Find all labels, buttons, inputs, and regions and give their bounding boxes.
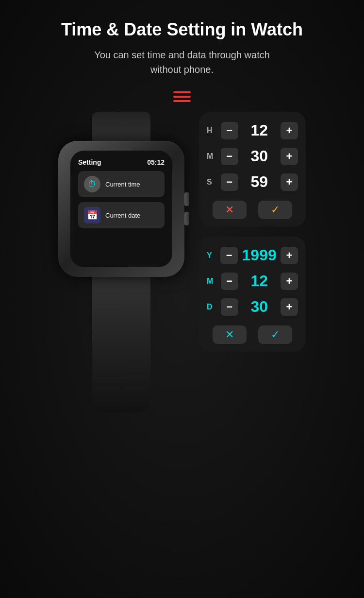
date-icon: 📅 [84,207,100,223]
minute-label: M [207,152,216,161]
watch-case: Setting 05:12 ⏱ Current time 📅 Current d… [58,141,184,277]
minute-increment-button[interactable]: + [281,148,298,165]
date-cancel-button[interactable]: ✕ [213,325,247,344]
second-label: S [207,178,216,187]
watch-date-label: Current date [105,212,140,219]
second-decrement-button[interactable]: − [221,173,238,191]
year-label: Y [207,251,216,260]
year-increment-button[interactable]: + [281,247,298,264]
hour-increment-button[interactable]: + [281,122,298,139]
watch-strap-bottom [92,277,150,413]
month-label: M [207,277,216,286]
time-icon: ⏱ [84,176,100,192]
main-content: Setting 05:12 ⏱ Current time 📅 Current d… [10,112,354,413]
day-value: 30 [242,298,276,316]
watch-button-2[interactable] [184,212,189,225]
minute-decrement-button[interactable]: − [221,148,238,165]
second-row: S − 59 + [207,171,298,193]
month-increment-button[interactable]: + [281,273,298,290]
day-label: D [207,303,216,311]
second-value: 59 [242,173,276,191]
hour-row: H − 12 + [207,120,298,141]
hour-decrement-button[interactable]: − [221,122,238,139]
day-decrement-button[interactable]: − [221,298,238,316]
month-value: 12 [242,272,276,290]
watch-menu-item-time[interactable]: ⏱ Current time [78,171,165,197]
year-value: 1999 [242,246,277,264]
watch-menu-item-date[interactable]: 📅 Current date [78,202,165,228]
page-subtitle: You can set time and data through watchw… [94,48,270,77]
time-panel-actions: ✕ ✓ [207,201,298,219]
year-row: Y − 1999 + [207,244,298,266]
page-title: Time & Date Setting in Watch [61,19,303,40]
second-increment-button[interactable]: + [281,173,298,191]
minute-value: 30 [242,147,276,165]
day-increment-button[interactable]: + [281,298,298,316]
month-row: M − 12 + [207,270,298,292]
right-panel: H − 12 + M − 30 + S − 59 + [199,112,306,352]
month-decrement-button[interactable]: − [221,273,238,290]
date-panel-actions: ✕ ✓ [207,325,298,344]
date-setting-panel: Y − 1999 + M − 12 + D − 30 + [199,237,306,352]
menu-icon [173,91,191,102]
year-decrement-button[interactable]: − [220,247,238,264]
hour-label: H [207,126,216,135]
watch-container: Setting 05:12 ⏱ Current time 📅 Current d… [58,112,184,413]
watch-button-1[interactable] [184,192,189,206]
watch-time: 05:12 [147,158,165,166]
date-confirm-button[interactable]: ✓ [258,325,292,344]
watch-time-label: Current time [105,181,140,188]
time-setting-panel: H − 12 + M − 30 + S − 59 + [199,112,306,227]
minute-row: M − 30 + [207,145,298,167]
watch-screen: Setting 05:12 ⏱ Current time 📅 Current d… [70,151,172,267]
day-row: D − 30 + [207,296,298,318]
watch-setting-label: Setting [78,158,101,166]
hour-value: 12 [242,121,276,139]
watch-side-buttons [184,192,189,225]
time-cancel-button[interactable]: ✕ [213,201,247,219]
page: Time & Date Setting in Watch You can set… [0,0,364,598]
time-confirm-button[interactable]: ✓ [258,201,292,219]
watch-strap-top [92,112,150,141]
watch-status-bar: Setting 05:12 [78,158,165,166]
